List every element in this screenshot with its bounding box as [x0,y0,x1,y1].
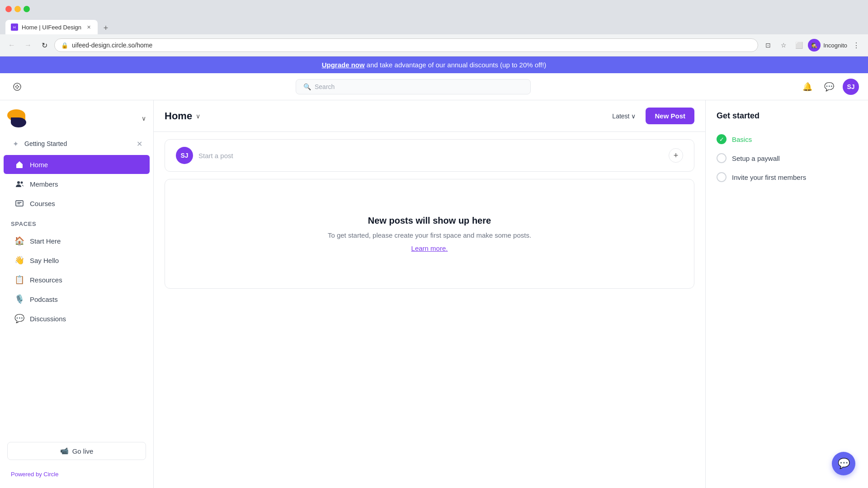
banner-text: and take advantage of our annual discoun… [365,61,547,69]
user-initials: SJ [847,83,854,90]
browser-titlebar [0,0,868,18]
learn-more-link[interactable]: Learn more. [411,244,448,252]
podcasts-label: Podcasts [30,296,58,303]
content-header: Home ∨ Latest ∨ New Post [154,100,705,132]
start-here-label: Start Here [30,237,61,245]
sidebar-item-discussions[interactable]: 💬 Discussions [4,309,150,328]
get-started-title: Get started [717,111,857,121]
go-live-icon: 📹 [60,447,69,455]
home-icon [14,160,24,169]
start-here-icon: 🏠 [14,236,24,246]
logo-shape [7,109,34,127]
profile-icon[interactable]: ⬜ [793,39,805,52]
check-empty-icon [717,153,726,163]
invite-members-label: Invite your first members [732,174,806,181]
maximize-window-button[interactable] [24,6,30,12]
tab-close-button[interactable]: ✕ [85,23,92,31]
messages-icon[interactable]: 💬 [821,79,837,95]
new-tab-button[interactable]: + [99,22,112,34]
latest-sort-button[interactable]: Latest ∨ [608,110,640,122]
getting-started-label: ✦ Getting Started [11,139,67,148]
new-post-label: New Post [655,112,685,120]
user-avatar-button[interactable]: SJ [843,79,859,95]
getting-started-text: Getting Started [24,140,67,147]
sidebar-item-resources[interactable]: 📋 Resources [4,270,150,289]
members-icon [14,179,24,189]
chat-fab-icon: 💬 [838,458,850,469]
refresh-button[interactable]: ↻ [38,39,51,52]
checklist-item-basics[interactable]: ✓ Basics [717,130,857,149]
getting-started-close[interactable]: ✕ [137,140,142,148]
minimize-window-button[interactable] [14,6,21,12]
forward-button[interactable]: → [22,39,34,52]
right-panel: Get started ✓ Basics Setup a paywall Inv… [705,100,868,488]
browser-chrome: H Home | UIFeed Design ✕ + ← → ↻ 🔒 uifee… [0,0,868,56]
active-tab[interactable]: H Home | UIFeed Design ✕ [5,20,98,34]
app-menu-icon[interactable] [9,79,25,95]
checklist-item-paywall[interactable]: Setup a paywall [717,149,857,168]
post-composer[interactable]: SJ Start a post + [165,139,694,172]
sidebar-item-home[interactable]: Home [4,155,150,174]
paywall-label: Setup a paywall [732,155,780,162]
say-hello-icon: 👋 [14,255,24,265]
app-header: 🔍 Search 🔔 💬 SJ [0,73,868,100]
app-container: Upgrade now and take advantage of our an… [0,56,868,488]
notifications-icon[interactable]: 🔔 [799,79,816,95]
page-title-row: Home ∨ [165,110,200,122]
spaces-list: 🏠 Start Here 👋 Say Hello 📋 Resources 🎙️ … [0,231,153,328]
header-right: 🔔 💬 SJ [799,79,859,95]
sidebar-item-members[interactable]: Members [4,174,150,193]
page-title-chevron[interactable]: ∨ [196,113,200,120]
sidebar-logo: ∨ [0,106,153,131]
discussions-label: Discussions [30,315,66,323]
new-post-button[interactable]: New Post [646,108,694,124]
sidebar-item-start-here[interactable]: 🏠 Start Here [4,231,150,250]
svg-point-1 [15,86,17,87]
sidebar-item-podcasts[interactable]: 🎙️ Podcasts [4,290,150,309]
incognito-profile-button[interactable]: 🕵 [808,39,821,52]
tab-title: Home | UIFeed Design [22,24,81,31]
home-label: Home [30,161,48,169]
latest-label: Latest [612,113,629,120]
svg-point-6 [21,182,23,184]
svg-point-2 [18,86,19,87]
getting-started-section: ✦ Getting Started ✕ [0,135,153,155]
close-window-button[interactable] [5,6,12,12]
browser-menu-button[interactable]: ⋮ [850,39,863,52]
powered-by-brand[interactable]: Circle [43,471,58,478]
content-area: Home ∨ Latest ∨ New Post SJ [154,100,705,488]
podcasts-icon: 🎙️ [14,294,24,304]
svg-point-4 [17,87,18,89]
spaces-header: Spaces [0,213,153,231]
sidebar-collapse-chevron[interactable]: ∨ [142,115,146,122]
search-placeholder: Search [315,83,335,90]
sidebar-item-say-hello[interactable]: 👋 Say Hello [4,251,150,270]
back-button[interactable]: ← [5,39,18,52]
composer-placeholder: Start a post [198,152,663,160]
check-empty-icon-2 [717,172,726,182]
go-live-label: Go live [72,447,94,455]
check-done-icon: ✓ [717,134,726,144]
logo [7,109,34,127]
address-bar[interactable]: 🔒 uifeed-design.circle.so/home [54,38,758,52]
getting-started-row: ✦ Getting Started ✕ [7,136,146,151]
sidebar-item-courses[interactable]: Courses [4,194,150,213]
incognito-icon: 🕵 [811,42,817,48]
page-title: Home [165,110,192,122]
main-layout: ∨ ✦ Getting Started ✕ [0,100,868,488]
resources-icon: 📋 [14,275,24,285]
browser-actions: ⊡ ☆ ⬜ 🕵 Incognito ⋮ [762,39,863,52]
bookmark-icon[interactable]: ☆ [777,39,790,52]
upgrade-link[interactable]: Upgrade now [322,61,365,69]
checklist-item-members[interactable]: Invite your first members [717,168,857,187]
members-label: Members [30,180,58,188]
search-bar[interactable]: 🔍 Search [296,79,531,94]
composer-add-button[interactable]: + [669,148,683,163]
upgrade-banner: Upgrade now and take advantage of our an… [0,56,868,73]
go-live-button[interactable]: 📹 Go live [7,442,146,460]
header-actions: Latest ∨ New Post [608,108,694,124]
cast-icon[interactable]: ⊡ [762,39,774,52]
chat-fab-button[interactable]: 💬 [832,452,855,475]
sidebar-bottom: 📹 Go live [0,436,153,465]
logo-dark [11,117,26,127]
